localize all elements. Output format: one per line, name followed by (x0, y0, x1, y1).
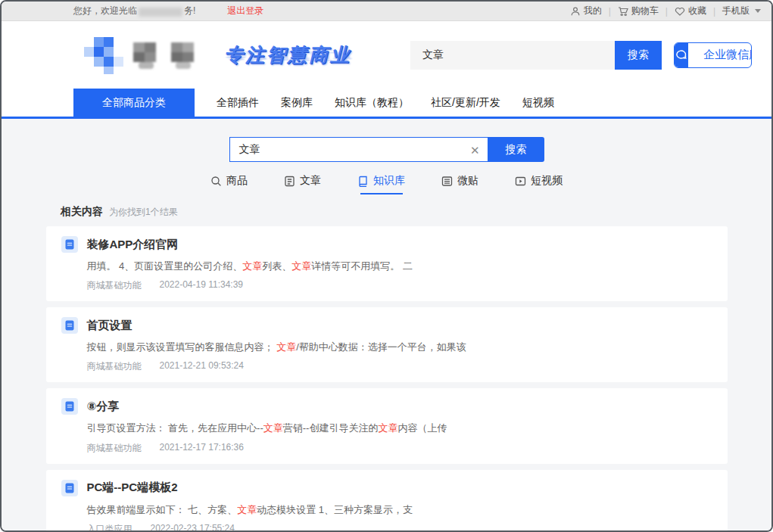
document-icon (61, 398, 78, 415)
result-category: 入口类应用 (87, 523, 132, 530)
result-desc: 用填。 4、页面设置里的公司介绍、文章列表、文章详情等可不用填写。 二 (87, 260, 712, 273)
main-nav: 全部商品分类 全部插件 案例库 知识库（教程） 社区/更新/开发 短视频 (2, 89, 771, 119)
site-header: 专注智慧商业 专注智慧商业 搜索 企业微信服务商 (2, 21, 771, 89)
result-title: 首页设置 (87, 319, 132, 333)
wechat-service-label: 企业微信服务商 (688, 48, 752, 62)
wechat-service-button[interactable]: 企业微信服务商 (674, 42, 752, 68)
result-category: 商城基础功能 (87, 360, 142, 373)
result-card: PC端--PC端模板2 告效果前端显示如下： 七、方案、文章动态模块设置 1、三… (46, 470, 728, 530)
tab-videos[interactable]: 短视频 (515, 174, 563, 194)
result-meta: 商城基础功能 2021-12-17 17:16:36 (87, 442, 712, 455)
result-meta: 入口类应用 2022-02-23 17:55:24 (87, 523, 712, 530)
tab-goods[interactable]: 商品 (210, 174, 248, 194)
result-time: 2022-04-19 11:34:39 (160, 279, 244, 292)
topbar-links: 我的 | 购物车 | 收藏 | 手机版 (570, 5, 761, 17)
video-icon (515, 176, 526, 187)
cart-link[interactable]: 购物车 (618, 5, 659, 17)
topbar: 您好，欢迎光临务! 退出登录 我的 | 购物车 | 收藏 (2, 2, 771, 21)
search-input-value[interactable]: 文章 (239, 143, 260, 157)
tab-articles[interactable]: 文章 (284, 174, 321, 194)
chevron-down-icon (755, 9, 761, 13)
wechat-work-icon (675, 42, 688, 68)
result-category: 商城基础功能 (87, 279, 142, 292)
result-time: 2022-02-23 17:55:24 (151, 523, 235, 530)
result-desc: 引导页设置方法： 首先，先在应用中心--文章营销--创建引导关注的文章内容（上传 (87, 422, 712, 435)
separator: | (713, 6, 715, 17)
tab-posts[interactable]: 微贴 (441, 174, 478, 194)
nav-link-video[interactable]: 短视频 (522, 89, 554, 117)
result-desc: 按钮，则显示该设置填写的客服信息内容； 文章/帮助中心数据：选择一个平台，如果该 (87, 341, 712, 354)
document-icon (61, 317, 78, 334)
cart-icon (618, 6, 628, 17)
result-title: 装修APP介绍官网 (87, 238, 179, 252)
search-button[interactable]: 搜索 (488, 137, 544, 162)
result-meta: 商城基础功能 2022-04-19 11:34:39 (87, 279, 712, 292)
search-input-wrap: 文章 ✕ (229, 137, 488, 162)
header-search-input[interactable] (410, 41, 615, 70)
logo[interactable]: 专注智慧商业 专注智慧商业 (83, 36, 351, 75)
nav-link-community[interactable]: 社区/更新/开发 (431, 89, 500, 117)
result-category: 商城基础功能 (87, 442, 142, 455)
clear-search-icon[interactable]: ✕ (470, 144, 480, 155)
result-desc: 告效果前端显示如下： 七、方案、文章动态模块设置 1、三种方案显示，支 (87, 503, 712, 517)
greeting-prefix: 您好，欢迎光临 (73, 5, 137, 17)
article-icon (284, 176, 295, 187)
header-search: 搜索 (410, 41, 662, 70)
nav-link-knowledge[interactable]: 知识库（教程） (335, 89, 409, 117)
result-title-row[interactable]: 装修APP介绍官网 (61, 236, 712, 253)
nav-link-plugins[interactable]: 全部插件 (217, 89, 259, 117)
result-time: 2021-12-21 09:53:24 (160, 360, 244, 373)
result-title: ⑧分享 (87, 400, 120, 414)
search-section: 文章 ✕ 搜索 (2, 137, 771, 162)
result-title-row[interactable]: PC端--PC端模板2 (61, 480, 712, 496)
header-search-button[interactable]: 搜索 (615, 41, 662, 70)
logout-link[interactable]: 退出登录 (227, 5, 263, 17)
nav-link-cases[interactable]: 案例库 (281, 89, 313, 117)
logo-slogan-reflection: 专注智慧商业 (224, 50, 351, 64)
result-title: PC端--PC端模板2 (87, 481, 178, 495)
my-account-link[interactable]: 我的 (570, 5, 602, 17)
browser-window: 您好，欢迎光临务! 退出登录 我的 | 购物车 | 收藏 (0, 0, 773, 532)
result-card: 首页设置 按钮，则显示该设置填写的客服信息内容； 文章/帮助中心数据：选择一个平… (46, 307, 728, 382)
result-list: 装修APP介绍官网 用填。 4、页面设置里的公司介绍、文章列表、文章详情等可不用… (46, 226, 728, 530)
result-title-row[interactable]: 首页设置 (61, 317, 712, 334)
knowledge-icon (357, 176, 369, 187)
results-count: 为你找到1个结果 (109, 206, 178, 219)
heart-icon (675, 6, 685, 17)
all-categories-button[interactable]: 全部商品分类 (73, 89, 195, 117)
search-icon (210, 176, 222, 187)
result-title-row[interactable]: ⑧分享 (61, 398, 712, 415)
results-title: 相关内容 (61, 205, 103, 219)
result-time: 2021-12-17 17:16:36 (160, 442, 244, 455)
pixelated-logo-text (132, 38, 207, 73)
pixelated-logo-mark (83, 36, 124, 75)
result-card: 装修APP介绍官网 用填。 4、页面设置里的公司介绍、文章列表、文章详情等可不用… (46, 226, 728, 301)
mobile-version-dropdown[interactable]: 手机版 (722, 5, 761, 17)
user-icon (570, 6, 581, 17)
separator: | (665, 6, 668, 17)
separator: | (609, 6, 611, 17)
logo-slogan: 专注智慧商业 专注智慧商业 (224, 42, 351, 67)
result-card: ⑧分享 引导页设置方法： 首先，先在应用中心--文章营销--创建引导关注的文章内… (46, 388, 728, 463)
search-tabs: 商品 文章 知识库 微贴 (2, 174, 771, 194)
greeting-suffix: 务! (184, 5, 195, 17)
document-icon (61, 236, 78, 253)
blurred-username (139, 8, 182, 17)
tab-knowledge[interactable]: 知识库 (357, 174, 405, 194)
document-icon (61, 480, 78, 496)
favorites-link[interactable]: 收藏 (675, 5, 706, 17)
main-content: 文章 ✕ 搜索 商品 文章 知识库 (2, 119, 771, 530)
results-header: 相关内容 为你找到1个结果 (61, 205, 771, 219)
post-icon (441, 176, 453, 187)
result-meta: 商城基础功能 2021-12-21 09:53:24 (87, 360, 712, 373)
